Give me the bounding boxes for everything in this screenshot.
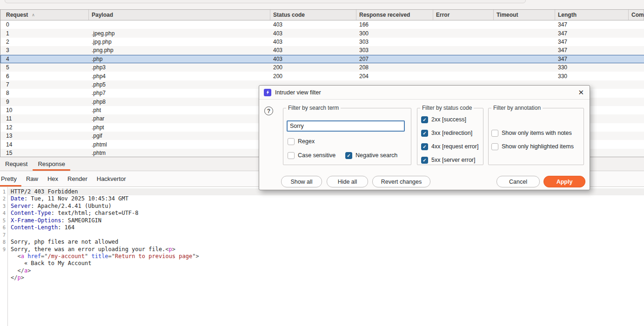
checkbox-label: Show only items with notes <box>502 130 572 136</box>
show-all-button[interactable]: Show all <box>281 176 322 187</box>
code-line: <a href="/my-account" title="Return to p… <box>8 253 644 260</box>
code-segment: : Tue, 11 Nov 2025 10:45:34 GMT <box>24 195 128 202</box>
cell-timeout <box>494 29 555 37</box>
code-line: Content-Type: text/html; charset=UTF-8 <box>8 210 644 217</box>
table-header: Request∧PayloadStatus codeResponse recei… <box>0 10 644 20</box>
cell-status-code: 200 <box>270 72 356 80</box>
cell-error <box>433 20 494 29</box>
tab-pretty[interactable]: Pretty <box>0 171 21 186</box>
checkbox-checked-icon: ✓ <box>345 152 352 159</box>
revert-changes-button[interactable]: Revert changes <box>372 176 430 187</box>
tab-render[interactable]: Render <box>63 171 92 186</box>
column-header-payload[interactable]: Payload <box>89 10 270 20</box>
cell-error <box>433 72 494 80</box>
tab-raw[interactable]: Raw <box>21 171 43 186</box>
checkbox-label: 5xx [server error] <box>431 157 475 163</box>
code-segment: =" <box>41 253 47 259</box>
status-5xx-checkbox[interactable]: ✓5xx [server error] <box>421 156 475 164</box>
column-header-status-code[interactable]: Status code <box>270 10 356 20</box>
line-number-gutter: 123456789 <box>0 187 8 326</box>
checkbox-label: Regex <box>298 138 315 145</box>
filter-annotation-group-label: Filter by annotation <box>491 105 543 111</box>
cell-timeout <box>494 38 555 46</box>
cell-comment <box>629 63 644 72</box>
cell-length: 347 <box>555 55 629 63</box>
dialog-titlebar[interactable]: Intruder view filter ✕ <box>259 86 590 100</box>
tab-request[interactable]: Request <box>0 157 33 171</box>
code-segment: p <box>169 246 172 253</box>
cell-length: 347 <box>555 38 629 46</box>
table-row[interactable]: 3.png.php403303347 <box>0 46 644 54</box>
cell-status-code: 403 <box>270 55 356 63</box>
cell-comment <box>629 38 644 46</box>
column-header-error[interactable]: Error <box>433 10 494 20</box>
line-number <box>0 274 7 281</box>
table-row[interactable]: 1.jpeg.php403300347 <box>0 29 644 37</box>
code-segment: X-Frame-Options <box>11 217 61 224</box>
checkbox-label: 2xx [success] <box>431 116 466 123</box>
cell-request: 5 <box>0 63 89 72</box>
tab-hackvertor[interactable]: Hackvertor <box>92 171 131 186</box>
line-number: 1 <box>0 188 7 195</box>
hide-all-button[interactable]: Hide all <box>327 176 368 187</box>
tab-hex[interactable]: Hex <box>43 171 63 186</box>
code-segment: Sorry, php files are not allowed <box>11 239 118 245</box>
filter-status-group-label: Filter by status code <box>420 105 474 111</box>
status-4xx-checkbox[interactable]: ✓4xx [request error] <box>421 143 478 150</box>
close-icon[interactable]: ✕ <box>578 89 584 96</box>
cell-payload: .pgif <box>89 132 270 140</box>
column-header-timeout[interactable]: Timeout <box>494 10 555 20</box>
cell-timeout <box>494 20 555 29</box>
search-term-input[interactable] <box>287 120 405 132</box>
table-row[interactable]: 5.php3200208330 <box>0 63 644 72</box>
cell-length: 330 <box>555 72 629 80</box>
column-header-comment[interactable]: Comment <box>629 10 644 20</box>
tab-response[interactable]: Response <box>33 157 70 171</box>
burp-lightning-icon <box>264 89 271 96</box>
cell-comment <box>629 149 644 157</box>
cell-timeout <box>494 72 555 80</box>
code-segment: « Back to My Account <box>11 260 91 266</box>
code-segment: Return to previous page <box>115 253 192 259</box>
cell-response-received: 166 <box>356 20 433 29</box>
cell-request: 3 <box>0 46 89 54</box>
only-highlighted-checkbox[interactable]: Show only highlighted items <box>491 143 574 150</box>
table-row[interactable]: 0403166347 <box>0 20 644 29</box>
only-notes-checkbox[interactable]: Show only items with notes <box>491 129 572 137</box>
cancel-button[interactable]: Cancel <box>496 176 540 187</box>
code-line: Content-Length: 164 <box>8 224 644 231</box>
column-header-request[interactable]: Request∧ <box>0 10 89 20</box>
column-header-length[interactable]: Length <box>555 10 629 20</box>
response-editor[interactable]: 123456789 HTTP/2 403 ForbiddenDate: Tue,… <box>0 186 644 326</box>
case-sensitive-checkbox[interactable]: Case sensitive <box>288 152 335 159</box>
cell-error <box>433 63 494 72</box>
table-row[interactable]: 2.jpg.php403303347 <box>0 38 644 46</box>
code-segment: : text/html; charset=UTF-8 <box>51 210 139 216</box>
status-2xx-checkbox[interactable]: ✓2xx [success] <box>421 116 466 123</box>
top-panel-edge <box>5 0 526 3</box>
status-3xx-checkbox[interactable]: ✓3xx [redirection] <box>421 129 472 137</box>
table-row[interactable]: 6.php4200204330 <box>0 72 644 80</box>
code-segment: href <box>27 253 41 259</box>
cell-length: 330 <box>555 63 629 72</box>
line-number <box>0 267 7 274</box>
checkbox-label: 3xx [redirection] <box>431 130 472 136</box>
cell-payload: .png.php <box>89 46 270 54</box>
cell-request: 11 <box>0 114 89 123</box>
cell-request: 1 <box>0 29 89 37</box>
cell-comment <box>629 89 644 97</box>
negative-search-checkbox[interactable]: ✓Negative search <box>345 152 397 159</box>
cell-comment <box>629 114 644 123</box>
dialog-title: Intruder view filter <box>275 89 578 96</box>
code-line: Date: Tue, 11 Nov 2025 10:45:34 GMT <box>8 195 644 202</box>
table-row[interactable]: 4.php403207347 <box>0 55 644 63</box>
cell-request: 0 <box>0 20 89 29</box>
help-icon[interactable]: ? <box>264 106 273 115</box>
regex-checkbox[interactable]: Regex <box>288 138 315 145</box>
apply-button[interactable]: Apply <box>543 176 585 187</box>
cell-error <box>433 46 494 54</box>
code-line: Sorry, there was an error uploading your… <box>8 246 644 253</box>
cell-payload: .php8 <box>89 98 270 106</box>
column-header-response-received[interactable]: Response received <box>356 10 433 20</box>
cell-request: 12 <box>0 123 89 132</box>
